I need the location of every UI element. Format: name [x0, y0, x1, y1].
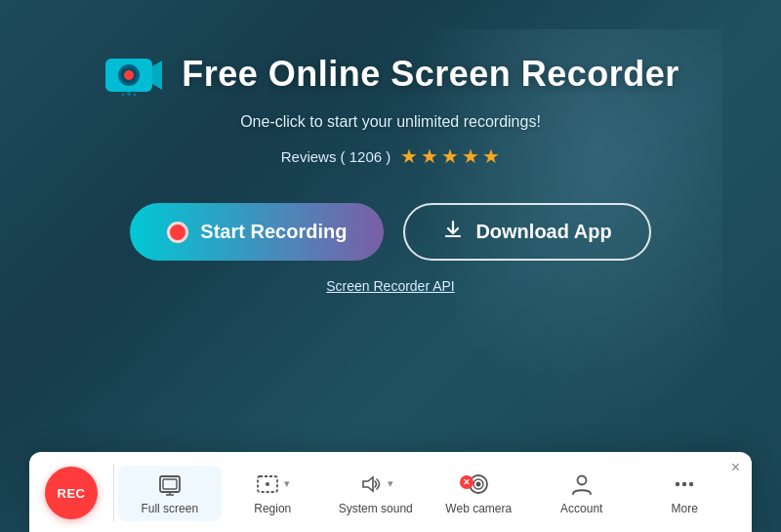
camera-disabled-badge: ✕ — [460, 475, 473, 489]
toolbar-item-account[interactable]: Account — [530, 466, 634, 521]
web-camera-label: Web camera — [445, 502, 512, 515]
web-camera-icon: ✕ — [466, 471, 491, 497]
download-app-button[interactable]: Download App — [403, 203, 650, 261]
download-button-label: Download App — [475, 221, 611, 243]
toolbar-divider-1 — [113, 464, 114, 522]
reviews-text: Reviews ( 1206 ) — [281, 148, 391, 165]
more-icon — [672, 471, 697, 497]
fullscreen-icon — [157, 471, 183, 497]
toolbar-item-region[interactable]: ▾ Region — [222, 466, 325, 521]
sound-chevron: ▾ — [388, 477, 393, 490]
star-2: ★ — [421, 144, 438, 168]
full-screen-label: Full screen — [141, 502, 198, 515]
svg-rect-8 — [163, 479, 177, 489]
svg-point-5 — [134, 94, 137, 97]
record-button-label: Start Recording — [200, 221, 347, 243]
more-label: More — [672, 502, 698, 515]
region-chevron: ▾ — [284, 477, 290, 490]
svg-point-6 — [122, 94, 125, 97]
system-sound-icon: ▾ — [358, 471, 393, 497]
reviews-row: Reviews ( 1206 ) ★ ★ ★ ★ ★ — [281, 144, 501, 168]
toolbar-item-more[interactable]: More — [634, 466, 737, 521]
toolbar: × REC Full screen ▾ Region — [29, 452, 752, 532]
region-icon: ▾ — [255, 471, 290, 497]
rec-label: REC — [58, 486, 86, 501]
star-4: ★ — [462, 144, 479, 168]
region-label: Region — [254, 502, 291, 515]
svg-point-18 — [676, 481, 679, 485]
rec-button[interactable]: REC — [45, 467, 98, 519]
app-title: Free Online Screen Recorder — [182, 54, 679, 95]
app-subtitle: One-click to start your unlimited record… — [240, 113, 541, 131]
svg-point-16 — [476, 481, 481, 486]
svg-point-19 — [682, 481, 686, 485]
buttons-row: Start Recording Download App — [130, 203, 650, 261]
download-icon — [442, 219, 464, 245]
toolbar-item-web-camera[interactable]: ✕ Web camera — [428, 466, 531, 521]
star-3: ★ — [441, 144, 459, 168]
system-sound-label: System sound — [339, 502, 413, 515]
account-icon — [569, 471, 595, 497]
header-row: Free Online Screen Recorder — [102, 47, 679, 102]
start-recording-button[interactable]: Start Recording — [130, 203, 384, 261]
svg-point-17 — [577, 475, 586, 484]
toolbar-item-system-sound[interactable]: ▾ System sound — [324, 466, 428, 521]
account-label: Account — [560, 502, 602, 515]
svg-point-12 — [266, 482, 269, 486]
svg-point-3 — [124, 70, 134, 80]
api-link[interactable]: Screen Recorder API — [326, 278, 455, 294]
toolbar-item-full-screen[interactable]: Full screen — [118, 466, 222, 521]
svg-point-20 — [689, 481, 693, 485]
svg-point-4 — [127, 92, 131, 96]
main-content: Free Online Screen Recorder One-click to… — [0, 0, 781, 294]
star-5: ★ — [482, 144, 500, 168]
svg-marker-13 — [363, 477, 373, 491]
record-dot-icon — [167, 222, 188, 243]
app-logo — [102, 47, 164, 102]
stars-container: ★ ★ ★ ★ ★ — [400, 144, 500, 168]
star-1: ★ — [400, 144, 418, 168]
